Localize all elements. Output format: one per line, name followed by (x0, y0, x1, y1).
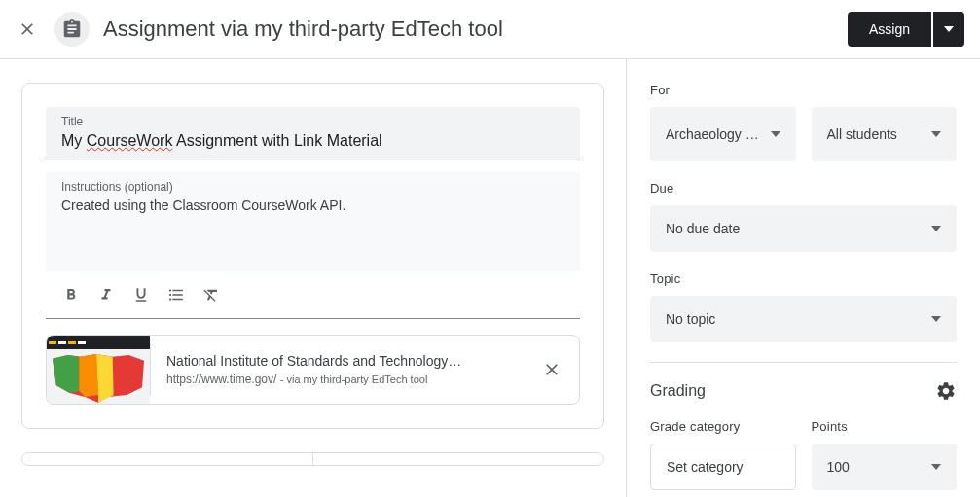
topic-label: Topic (650, 271, 957, 286)
instructions-input[interactable]: Created using the Classroom CourseWork A… (61, 197, 564, 213)
attachment-via: - via my third-party EdTech tool (280, 373, 428, 385)
grading-settings-button[interactable] (935, 380, 957, 402)
class-select[interactable]: Archaeology … (650, 107, 796, 161)
caret-down-icon (931, 226, 941, 231)
attachment-info: National Institute of Standards and Tech… (150, 343, 525, 396)
assignment-type-icon-wrap (54, 12, 90, 47)
close-button[interactable] (8, 10, 47, 49)
attachment-remove-button[interactable] (525, 360, 579, 379)
grading-heading: Grading (650, 382, 706, 400)
bold-button[interactable] (54, 277, 89, 312)
assign-dropdown-button[interactable] (933, 12, 964, 47)
assign-button[interactable]: Assign (848, 12, 931, 47)
caret-down-icon (944, 26, 954, 32)
caret-down-icon (931, 316, 941, 322)
caret-down-icon (931, 131, 941, 137)
list-icon (167, 286, 185, 303)
for-label: For (650, 83, 957, 97)
italic-icon (97, 286, 115, 303)
close-icon (18, 19, 37, 39)
underline-icon (132, 286, 150, 303)
instructions-field[interactable]: Instructions (optional) Created using th… (46, 172, 580, 271)
grade-category-select[interactable]: Set category (650, 444, 796, 490)
close-icon (542, 360, 562, 379)
underline-button[interactable] (124, 277, 159, 312)
assignment-card: Title My CourseWork Assignment with Link… (21, 83, 604, 429)
caret-down-icon (931, 464, 941, 470)
due-date-select[interactable]: No due date (650, 205, 957, 252)
main-column: Title My CourseWork Assignment with Link… (0, 59, 626, 497)
points-select[interactable]: 100 (812, 444, 958, 490)
caret-down-icon (771, 131, 780, 137)
map-thumbnail-icon (51, 349, 146, 404)
instructions-label: Instructions (optional) (61, 180, 564, 194)
clear-format-icon (202, 286, 220, 303)
header-bar: Assignment via my third-party EdTech too… (0, 0, 980, 59)
settings-sidebar: For Archaeology … All students Due No du… (626, 59, 980, 497)
attachment-url: https://www.time.gov/ (166, 373, 276, 386)
due-label: Due (650, 181, 957, 195)
secondary-card (21, 452, 604, 466)
bullet-list-button[interactable] (159, 277, 194, 312)
students-select[interactable]: All students (812, 107, 958, 161)
attachment-title: National Institute of Standards and Tech… (166, 353, 509, 369)
attachment-thumbnail (47, 336, 150, 404)
clipboard-icon (61, 18, 83, 40)
attachment-card[interactable]: National Institute of Standards and Tech… (46, 335, 580, 405)
title-label: Title (61, 115, 564, 128)
title-field[interactable]: Title My CourseWork Assignment with Link… (46, 107, 580, 160)
italic-button[interactable] (89, 277, 124, 312)
clear-format-button[interactable] (194, 277, 229, 312)
assign-button-group: Assign (848, 12, 964, 47)
page-title: Assignment via my third-party EdTech too… (103, 17, 848, 42)
format-toolbar (46, 271, 580, 319)
points-label: Points (812, 419, 958, 434)
title-spellcheck-word: CourseWork (87, 132, 173, 149)
topic-select[interactable]: No topic (650, 296, 957, 342)
title-input[interactable]: My CourseWork Assignment with Link Mater… (61, 132, 382, 150)
bold-icon (62, 286, 80, 303)
grade-category-label: Grade category (650, 419, 796, 434)
gear-icon (935, 380, 957, 402)
divider (650, 362, 957, 363)
